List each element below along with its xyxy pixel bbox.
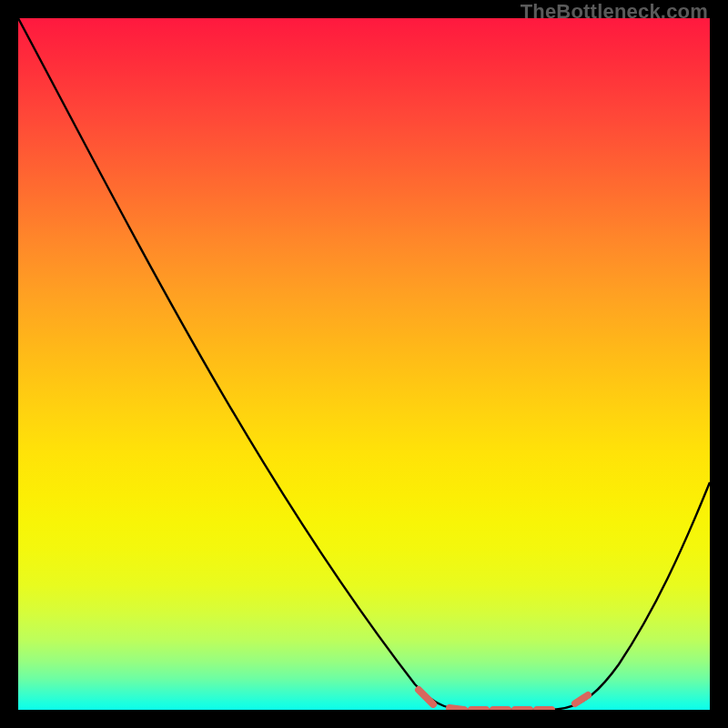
bottleneck-curve [18, 18, 710, 710]
watermark-text: TheBottleneck.com [521, 0, 708, 24]
chart-frame: TheBottleneck.com [0, 0, 728, 728]
chart-svg [18, 18, 710, 710]
